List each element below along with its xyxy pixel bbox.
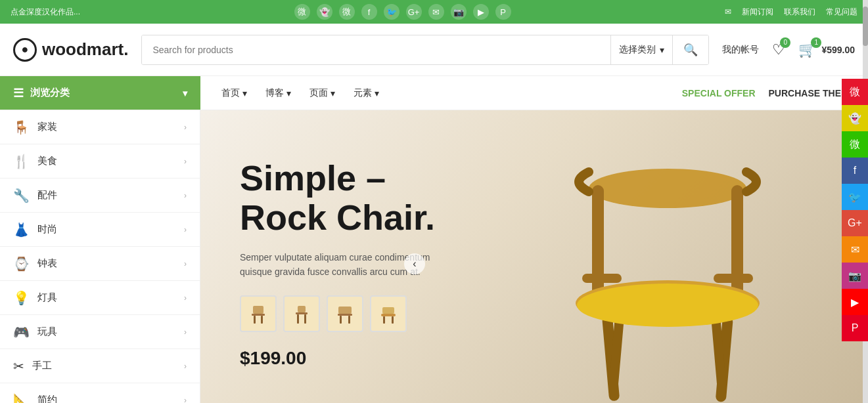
hero-price: $199.00 bbox=[240, 348, 437, 369]
topbar-twitter-icon[interactable]: 🐦 bbox=[384, 4, 400, 20]
handmade-icon: ✂ bbox=[13, 358, 24, 374]
topbar-weibo-icon[interactable]: 微 bbox=[294, 4, 310, 20]
top-bar-links: ✉ 新闻订阅 联系我们 常见问题 bbox=[725, 7, 857, 18]
search-bar: 选择类别 ▾ 🔍 bbox=[141, 35, 709, 65]
food-icon: 🍴 bbox=[13, 154, 30, 169]
hero-title: Simple – Rock Chair. bbox=[240, 159, 437, 237]
chevron-right-icon: › bbox=[184, 225, 187, 234]
toys-icon: 🎮 bbox=[13, 324, 30, 340]
logo-icon: ● bbox=[13, 38, 37, 62]
menu-icon: ☰ bbox=[13, 86, 24, 100]
top-bar-announcement: 点金深度汉化作品... bbox=[11, 7, 80, 18]
scrollbar-thumb[interactable] bbox=[863, 7, 868, 46]
main-nav: 首页 ▾ 博客 ▾ 页面 ▾ 元素 ▾ bbox=[200, 76, 669, 110]
nav-pages[interactable]: 页面 ▾ bbox=[302, 76, 343, 110]
sidebar-item-minimalist[interactable]: 📐 简约 › bbox=[0, 383, 200, 403]
svg-point-24 bbox=[577, 284, 758, 327]
nav-elements[interactable]: 元素 ▾ bbox=[346, 76, 387, 110]
svg-rect-10 bbox=[340, 316, 342, 324]
hero-thumb-1[interactable] bbox=[240, 295, 277, 332]
sidebar-item-watches[interactable]: ⌚ 钟表 › bbox=[0, 247, 200, 281]
chevron-right-icon: › bbox=[184, 328, 187, 337]
hero-thumb-3[interactable] bbox=[327, 295, 363, 332]
top-bar-social-icons: 微 👻 微 f 🐦 G+ ✉ 📷 ▶ P bbox=[294, 4, 511, 20]
sidebar-label-handmade: 手工 bbox=[32, 360, 184, 372]
social-weibo-btn[interactable]: 微 bbox=[842, 79, 868, 105]
sidebar-item-home-decor[interactable]: 🪑 家装 › bbox=[0, 110, 200, 144]
svg-rect-6 bbox=[297, 314, 299, 324]
logo[interactable]: ● woodmart. bbox=[13, 38, 128, 62]
social-wechat-btn[interactable]: 微 bbox=[842, 131, 868, 158]
search-icon: 🔍 bbox=[683, 43, 698, 56]
topbar-email-icon[interactable]: ✉ bbox=[428, 4, 444, 20]
topbar-googleplus-icon[interactable]: G+ bbox=[406, 4, 422, 20]
topbar-youtube-icon[interactable]: ▶ bbox=[473, 4, 489, 20]
sidebar-item-accessories[interactable]: 🔧 配件 › bbox=[0, 179, 200, 213]
svg-rect-13 bbox=[381, 314, 396, 316]
top-bar: 点金深度汉化作品... 微 👻 微 f 🐦 G+ ✉ 📷 ▶ P ✉ 新闻订阅 … bbox=[0, 0, 868, 24]
svg-rect-9 bbox=[338, 314, 352, 316]
hero-thumbnails bbox=[240, 295, 437, 332]
sidebar-label-lighting: 灯具 bbox=[37, 291, 184, 304]
sidebar-label-food: 美食 bbox=[37, 155, 184, 167]
hero-prev-button[interactable]: ‹ bbox=[404, 253, 425, 274]
topbar-snapchat-icon[interactable]: 👻 bbox=[317, 4, 332, 20]
account-link[interactable]: 我的帐号 bbox=[722, 44, 759, 56]
svg-rect-1 bbox=[252, 314, 265, 316]
special-offer-link[interactable]: SPECIAL OFFER bbox=[682, 88, 756, 98]
topbar-instagram-icon[interactable]: 📷 bbox=[451, 4, 467, 20]
accessories-icon: 🔧 bbox=[13, 188, 30, 203]
svg-rect-0 bbox=[253, 306, 263, 314]
news-subscription-link[interactable]: 新闻订阅 bbox=[742, 7, 773, 18]
svg-rect-26 bbox=[714, 274, 753, 283]
sidebar-item-fashion[interactable]: 👗 时尚 › bbox=[0, 213, 200, 247]
chevron-right-icon: › bbox=[184, 157, 187, 166]
sidebar-item-food[interactable]: 🍴 美食 › bbox=[0, 144, 200, 179]
categories-label: 浏览分类 bbox=[30, 87, 70, 99]
chevron-right-icon: › bbox=[184, 396, 187, 404]
social-snapchat-btn[interactable]: 👻 bbox=[842, 105, 868, 131]
watches-icon: ⌚ bbox=[13, 256, 30, 272]
social-facebook-btn[interactable]: f bbox=[842, 158, 868, 184]
sidebar-item-lighting[interactable]: 💡 灯具 › bbox=[0, 281, 200, 315]
topbar-wechat-icon[interactable]: 微 bbox=[339, 4, 355, 20]
social-googleplus-btn[interactable]: G+ bbox=[842, 210, 868, 236]
search-category-dropdown[interactable]: 选择类别 ▾ bbox=[610, 35, 672, 64]
sidebar-item-toys[interactable]: 🎮 玩具 › bbox=[0, 315, 200, 349]
hero-chair-image bbox=[467, 110, 868, 403]
svg-rect-18 bbox=[731, 185, 743, 303]
social-twitter-btn[interactable]: 🐦 bbox=[842, 184, 868, 210]
sidebar-label-minimalist: 简约 bbox=[37, 394, 184, 403]
topbar-pinterest-icon[interactable]: P bbox=[495, 4, 511, 20]
sidebar-item-handmade[interactable]: ✂ 手工 › bbox=[0, 349, 200, 383]
svg-point-16 bbox=[589, 169, 746, 208]
wishlist-button[interactable]: ♡ 0 bbox=[772, 41, 785, 58]
sidebar: 🪑 家装 › 🍴 美食 › 🔧 配件 › 👗 时尚 › ⌚ 钟表 › 💡 灯具 … bbox=[0, 110, 200, 403]
svg-rect-15 bbox=[392, 316, 394, 324]
cart-button[interactable]: 🛒 1 ¥599.00 bbox=[798, 41, 855, 58]
social-email-btn[interactable]: ✉ bbox=[842, 236, 868, 263]
svg-rect-4 bbox=[298, 306, 306, 312]
hero-thumb-4[interactable] bbox=[370, 295, 407, 332]
browse-categories-button[interactable]: ☰ 浏览分类 ▾ bbox=[0, 76, 200, 110]
chair-illustration bbox=[497, 123, 838, 403]
contact-us-link[interactable]: 联系我们 bbox=[784, 7, 815, 18]
social-pinterest-btn[interactable]: P bbox=[842, 315, 868, 341]
faq-link[interactable]: 常见问题 bbox=[826, 7, 857, 18]
social-youtube-btn[interactable]: ▶ bbox=[842, 289, 868, 315]
topbar-facebook-icon[interactable]: f bbox=[361, 4, 377, 20]
nav-home[interactable]: 首页 ▾ bbox=[214, 76, 255, 110]
chevron-right-icon: › bbox=[184, 293, 187, 303]
search-button[interactable]: 🔍 bbox=[672, 35, 708, 64]
nav-blog[interactable]: 博客 ▾ bbox=[258, 76, 299, 110]
sidebar-label-accessories: 配件 bbox=[37, 189, 184, 202]
chevron-down-icon: ▾ bbox=[331, 88, 335, 98]
logo-text: woodmart. bbox=[42, 39, 128, 60]
search-input[interactable] bbox=[142, 35, 610, 64]
social-bar: 微 👻 微 f 🐦 G+ ✉ 📷 ▶ P bbox=[842, 79, 868, 341]
topbar-mail-icon: ✉ bbox=[725, 7, 731, 16]
cart-price: ¥599.00 bbox=[821, 45, 855, 55]
social-instagram-btn[interactable]: 📷 bbox=[842, 263, 868, 289]
hero-thumb-2[interactable] bbox=[283, 295, 320, 332]
sidebar-label-home-decor: 家装 bbox=[37, 121, 184, 133]
